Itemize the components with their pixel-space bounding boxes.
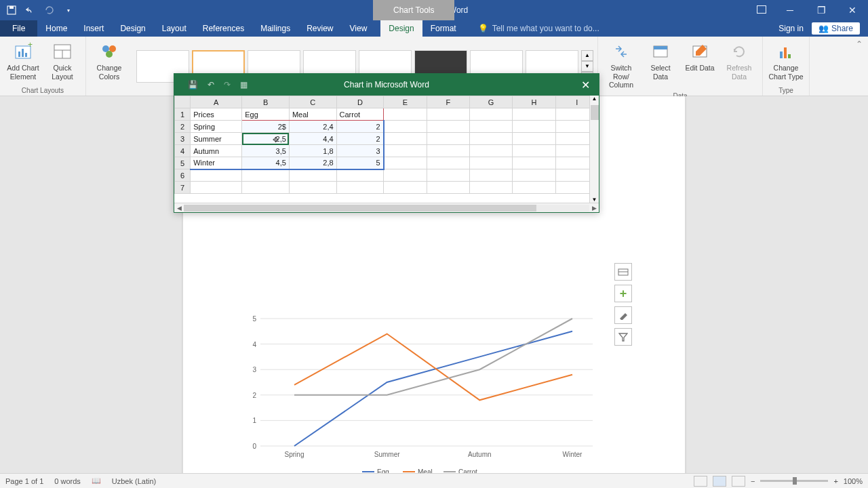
cell-A1[interactable]: Prices (191, 108, 242, 121)
datasheet-grid[interactable]: ABCDEFGHI1PricesEggMealCarrot2Spring2$2,… (174, 96, 599, 203)
cell-D4[interactable]: 3 (336, 145, 384, 157)
cell-H2[interactable] (513, 121, 555, 133)
gallery-scroll-down[interactable]: ▼ (581, 61, 593, 72)
quick-layout-button[interactable]: Quick Layout (43, 39, 81, 82)
row-header-5[interactable]: 5 (175, 157, 191, 169)
cell-A4[interactable]: Autumn (191, 145, 242, 157)
tab-layout[interactable]: Layout (154, 20, 195, 37)
tab-mailings[interactable]: Mailings (252, 20, 298, 37)
chart-elements-button[interactable]: + (614, 285, 632, 302)
cell-A3[interactable]: Summer (191, 133, 242, 145)
sheet-redo-icon[interactable]: ↷ (224, 80, 231, 89)
cell-G2[interactable] (469, 121, 512, 133)
cell-E4[interactable] (384, 145, 427, 157)
cell-C7[interactable] (289, 182, 336, 194)
cell-D3[interactable]: 2 (336, 133, 384, 145)
tab-insert[interactable]: Insert (75, 20, 112, 37)
read-mode-button[interactable] (694, 476, 707, 487)
cell-B1[interactable]: Egg (242, 108, 290, 121)
column-header-E[interactable]: E (384, 96, 427, 108)
zoom-slider[interactable] (760, 480, 828, 482)
cell-A6[interactable] (191, 169, 242, 182)
switch-row-column-button[interactable]: Switch Row/ Column (602, 39, 640, 91)
row-header-7[interactable]: 7 (175, 182, 191, 194)
cell-E2[interactable] (384, 121, 427, 133)
cell-C4[interactable]: 1,8 (289, 145, 336, 157)
cell-G5[interactable] (469, 157, 512, 169)
chart-filters-button[interactable] (614, 328, 632, 346)
embedded-chart[interactable]: 012345SpringSummerAutumnWinterEggMealCar… (240, 313, 606, 473)
cell-A2[interactable]: Spring (191, 121, 242, 133)
column-header-F[interactable]: F (427, 96, 469, 108)
edit-data-button[interactable]: Edit Data (681, 39, 719, 91)
sheet-edit-in-excel-icon[interactable]: ▦ (240, 80, 248, 89)
cell-C3[interactable]: 4,4 (289, 133, 336, 145)
tab-references[interactable]: References (195, 20, 252, 37)
cell-H4[interactable] (513, 145, 555, 157)
cell-F1[interactable] (427, 108, 469, 121)
cell-C6[interactable] (289, 169, 336, 182)
chart-styles-button[interactable] (614, 306, 632, 324)
datasheet-horizontal-scrollbar[interactable]: ◀ ▶ (174, 203, 599, 212)
cell-F6[interactable] (427, 169, 469, 182)
close-button[interactable]: ✕ (837, 0, 868, 20)
cell-F2[interactable] (427, 121, 469, 133)
tab-chart-design[interactable]: Design (380, 20, 422, 37)
tab-view[interactable]: View (342, 20, 376, 37)
minimize-button[interactable]: ─ (774, 0, 806, 20)
cell-B7[interactable] (242, 182, 290, 194)
refresh-data-button[interactable]: Refresh Data (720, 39, 758, 91)
cell-F3[interactable] (427, 133, 469, 145)
add-chart-element-button[interactable]: + Add Chart Element (4, 39, 42, 82)
datasheet-vertical-scrollbar[interactable]: ▲ ▼ (589, 96, 599, 203)
restore-button[interactable]: ❐ (806, 0, 837, 20)
cell-H5[interactable] (513, 157, 555, 169)
save-icon[interactable] (7, 5, 16, 15)
ribbon-display-options-icon[interactable] (757, 5, 766, 14)
sheet-save-icon[interactable]: 💾 (188, 80, 198, 89)
zoom-level[interactable]: 100% (844, 477, 863, 485)
collapse-ribbon-icon[interactable]: ⌃ (850, 37, 868, 96)
tab-review[interactable]: Review (298, 20, 341, 37)
cell-B2[interactable]: 2$ (242, 121, 290, 133)
cell-D7[interactable] (336, 182, 384, 194)
row-header-2[interactable]: 2 (175, 121, 191, 133)
cell-H6[interactable] (513, 169, 555, 182)
cell-H3[interactable] (513, 133, 555, 145)
column-header-B[interactable]: B (242, 96, 290, 108)
column-header-D[interactable]: D (336, 96, 384, 108)
cell-E3[interactable] (384, 133, 427, 145)
cell-G1[interactable] (469, 108, 512, 121)
cell-F5[interactable] (427, 157, 469, 169)
zoom-out-button[interactable]: − (751, 477, 755, 485)
cell-G7[interactable] (469, 182, 512, 194)
column-header-H[interactable]: H (513, 96, 555, 108)
cell-E7[interactable] (384, 182, 427, 194)
select-data-button[interactable]: Select Data (642, 39, 679, 91)
gallery-scroll-up[interactable]: ▲ (581, 50, 593, 61)
cell-B5[interactable]: 4,5 (242, 157, 290, 169)
change-chart-type-button[interactable]: Change Chart Type (767, 39, 805, 82)
undo-icon[interactable] (26, 5, 35, 15)
cell-D2[interactable]: 2 (336, 121, 384, 133)
row-header-6[interactable]: 6 (175, 169, 191, 182)
cell-H7[interactable] (513, 182, 555, 194)
word-count-status[interactable]: 0 words (54, 477, 81, 485)
cell-G3[interactable] (469, 133, 512, 145)
column-header-G[interactable]: G (469, 96, 512, 108)
row-header-1[interactable]: 1 (175, 108, 191, 121)
change-colors-button[interactable]: Change Colors (90, 39, 128, 82)
cell-H1[interactable] (513, 108, 555, 121)
cell-A7[interactable] (191, 182, 242, 194)
tab-file[interactable]: File (0, 20, 37, 37)
tell-me-search[interactable]: 💡 Tell me what you want to do... (478, 20, 599, 37)
cell-D1[interactable]: Carrot (336, 108, 384, 121)
print-layout-button[interactable] (713, 476, 726, 487)
cell-D5[interactable]: 5 (336, 157, 384, 169)
share-button[interactable]: 👥 Share (812, 22, 860, 35)
page-number-status[interactable]: Page 1 of 1 (5, 477, 43, 485)
cell-G6[interactable] (469, 169, 512, 182)
tab-chart-format[interactable]: Format (422, 20, 465, 37)
cell-F4[interactable] (427, 145, 469, 157)
cell-C2[interactable]: 2,4 (289, 121, 336, 133)
